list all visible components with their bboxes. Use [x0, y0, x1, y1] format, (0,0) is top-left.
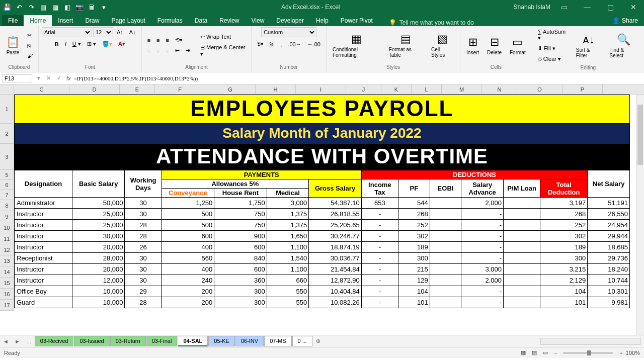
- hdr-pm[interactable]: P/M Loan: [503, 179, 540, 198]
- currency-icon[interactable]: $▾: [255, 39, 266, 49]
- col-header-P[interactable]: P: [562, 84, 603, 94]
- horizontal-scrollbar[interactable]: [540, 338, 641, 345]
- tab-formulas[interactable]: Formulas: [151, 15, 189, 26]
- row-header-7[interactable]: 7: [0, 190, 14, 200]
- sort-filter-button[interactable]: ᴀ↓Sort & Filter: [573, 31, 604, 60]
- cell[interactable]: 29,944: [588, 231, 630, 242]
- col-header-D[interactable]: D: [69, 84, 120, 94]
- cell[interactable]: -: [361, 231, 398, 242]
- font-name-select[interactable]: Arial: [42, 27, 92, 37]
- cell[interactable]: -: [461, 220, 504, 231]
- merge-center-button[interactable]: ⊟ Merge & Center ▾: [198, 43, 248, 59]
- row-header-14[interactable]: 14: [0, 266, 14, 278]
- maximize-icon[interactable]: ▢: [603, 3, 618, 11]
- camera-icon[interactable]: 📷: [75, 3, 84, 11]
- cell[interactable]: 26,550: [588, 209, 630, 220]
- cell[interactable]: 840: [214, 253, 267, 264]
- align-middle-icon[interactable]: ≡: [154, 36, 162, 45]
- new-sheet-icon[interactable]: ⊕: [313, 338, 324, 344]
- inc-decimal-icon[interactable]: .00→: [285, 40, 303, 49]
- row-header-6[interactable]: 6: [0, 180, 14, 190]
- col-header-L[interactable]: L: [412, 84, 442, 94]
- sheet-tab-07-ms[interactable]: 07-MS: [264, 336, 291, 346]
- cell[interactable]: -: [361, 253, 398, 264]
- table-row[interactable]: Instructor25,000305007501,37526,818.55-2…: [15, 209, 630, 220]
- cell-styles-button[interactable]: ▧Cell Styles: [428, 31, 457, 60]
- cell[interactable]: 3,000: [461, 264, 504, 275]
- cell[interactable]: 21,454.84: [309, 264, 362, 275]
- sheet-tab-03-return[interactable]: 03-Return: [110, 336, 146, 346]
- row-header-17[interactable]: 17: [0, 300, 14, 311]
- cell[interactable]: [503, 231, 540, 242]
- cell[interactable]: 28,000: [72, 253, 125, 264]
- cell[interactable]: 1,100: [267, 264, 309, 275]
- table-row[interactable]: Administrator50,000301,2501,7503,00054,3…: [15, 198, 630, 209]
- align-left-icon[interactable]: ≡: [145, 46, 153, 55]
- dec-decimal-icon[interactable]: ←.00: [305, 40, 323, 49]
- tab-view[interactable]: View: [246, 15, 271, 26]
- cell[interactable]: 104: [398, 286, 430, 297]
- cell[interactable]: [503, 275, 540, 286]
- hdr-deductions[interactable]: DEDUCTIONS: [361, 170, 587, 179]
- cell[interactable]: 1,375: [267, 220, 309, 231]
- cell[interactable]: 3,197: [540, 198, 588, 209]
- cell[interactable]: 200: [162, 286, 214, 297]
- indent-dec-icon[interactable]: ⇤: [173, 46, 182, 55]
- cell[interactable]: -: [361, 264, 398, 275]
- cell[interactable]: 268: [540, 209, 588, 220]
- copy-icon[interactable]: ⎘: [25, 41, 35, 50]
- cell[interactable]: Instructor: [15, 242, 72, 253]
- cell[interactable]: [430, 264, 461, 275]
- cell[interactable]: 600: [214, 242, 267, 253]
- tab-file[interactable]: File: [2, 15, 24, 26]
- cell[interactable]: 300: [398, 253, 430, 264]
- undo-icon[interactable]: ↶: [15, 3, 23, 11]
- cell[interactable]: -: [361, 209, 398, 220]
- cell[interactable]: [503, 220, 540, 231]
- sheet-more[interactable]: …: [23, 338, 35, 344]
- table-row[interactable]: Instructor25,000285007501,37525,205.65-2…: [15, 220, 630, 231]
- col-header-O[interactable]: O: [517, 84, 562, 94]
- cell[interactable]: [430, 297, 461, 308]
- sheet-tab-03-issued[interactable]: 03-Issued: [74, 336, 109, 346]
- cell[interactable]: [430, 275, 461, 286]
- cell[interactable]: 550: [267, 297, 309, 308]
- cell[interactable]: 28: [125, 231, 162, 242]
- underline-button[interactable]: U ▾: [70, 39, 84, 49]
- cell[interactable]: 750: [214, 220, 267, 231]
- cell[interactable]: 10,000: [72, 286, 125, 297]
- format-as-table-button[interactable]: ▤Format as Table: [386, 31, 426, 60]
- cell[interactable]: -: [461, 286, 504, 297]
- col-header-I[interactable]: I: [296, 84, 346, 94]
- qat-more-icon[interactable]: ▾: [100, 3, 108, 11]
- cell[interactable]: [430, 209, 461, 220]
- number-format-select[interactable]: Custom: [261, 27, 316, 37]
- cell[interactable]: 300: [540, 253, 588, 264]
- col-header-N[interactable]: N: [482, 84, 517, 94]
- tab-developer[interactable]: Developer: [270, 15, 310, 26]
- cell[interactable]: 1,750: [214, 198, 267, 209]
- italic-button[interactable]: I: [62, 40, 69, 49]
- cell[interactable]: 25,000: [72, 220, 125, 231]
- cell[interactable]: 360: [214, 275, 267, 286]
- cell[interactable]: 2,000: [461, 275, 504, 286]
- table-row[interactable]: Guard10,0002820030055010,082.26-101-1019…: [15, 297, 630, 308]
- col-header-H[interactable]: H: [256, 84, 296, 94]
- hdr-pf[interactable]: PF: [398, 179, 430, 198]
- cell[interactable]: Instructor: [15, 231, 72, 242]
- view-page-icon[interactable]: ▤: [529, 349, 540, 356]
- percent-icon[interactable]: %: [267, 40, 277, 49]
- cell[interactable]: [430, 220, 461, 231]
- hdr-med[interactable]: Medical: [267, 189, 309, 198]
- cell[interactable]: [503, 242, 540, 253]
- cell[interactable]: 28: [125, 297, 162, 308]
- cell[interactable]: 300: [214, 286, 267, 297]
- cell[interactable]: -: [461, 242, 504, 253]
- cell[interactable]: 10,404.84: [309, 286, 362, 297]
- cell[interactable]: 10,082.26: [309, 297, 362, 308]
- cell[interactable]: 500: [162, 220, 214, 231]
- cell[interactable]: 653: [361, 198, 398, 209]
- cell[interactable]: 900: [214, 231, 267, 242]
- bold-button[interactable]: B: [52, 40, 61, 49]
- cell[interactable]: 560: [162, 253, 214, 264]
